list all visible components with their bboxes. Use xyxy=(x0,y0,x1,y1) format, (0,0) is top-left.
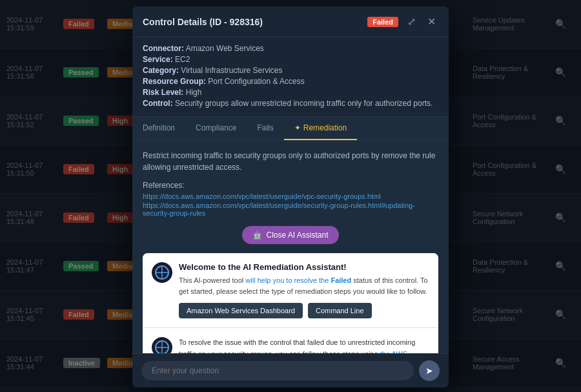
command-line-button[interactable]: Command Line xyxy=(308,303,372,318)
ai-response-box: To resolve the issue with the control th… xyxy=(143,328,438,353)
references-section: References: https://docs.aws.amazon.com/… xyxy=(143,181,438,217)
remediation-description: Restrict incoming traffic to security gr… xyxy=(143,150,438,173)
ai-response-text: To resolve the issue with the control th… xyxy=(179,337,429,353)
ai-chat-area: Welcome to the AI Remediation Assistant!… xyxy=(143,253,438,353)
ai-response-logo-icon xyxy=(152,337,172,353)
tab-definition[interactable]: Definition xyxy=(132,117,185,140)
tab-remediation[interactable]: ✦ Remediation xyxy=(284,117,357,140)
modal-header: Control Details (ID - 928316) Failed ⤢ ✕ xyxy=(132,6,449,37)
robot-icon: 🤖 xyxy=(252,231,262,240)
resource-group-field: Resource Group: Port Configuration & Acc… xyxy=(143,77,438,86)
ai-response-content: To resolve the issue with the control th… xyxy=(179,337,429,353)
close-button[interactable]: ✕ xyxy=(425,14,438,29)
ai-button-row: Amazon Web Services Dashboard Command Li… xyxy=(179,303,429,318)
modal-input-bar: ➤ xyxy=(132,353,449,387)
control-desc-field: Control: Security groups allow unrestric… xyxy=(143,99,438,108)
references-label: References: xyxy=(143,181,438,190)
send-button[interactable]: ➤ xyxy=(419,360,440,381)
close-ai-assistant-button[interactable]: 🤖 Close AI Assistant xyxy=(242,226,338,244)
modal-title: Control Details (ID - 928316) xyxy=(143,17,361,27)
category-field: Category: Virtual Infrastructure Service… xyxy=(143,66,438,75)
send-icon: ➤ xyxy=(425,366,433,376)
service-field: Service: EC2 xyxy=(143,55,438,64)
highlight-text: will help you to resolve the Failed xyxy=(245,276,351,284)
modal-meta: Connector: Amazon Web Services Service: … xyxy=(132,37,449,117)
modal-status-badge: Failed xyxy=(367,17,398,27)
modal-tabs: Definition Compliance Fails ✦ Remediatio… xyxy=(132,117,449,141)
ai-welcome-content: Welcome to the AI Remediation Assistant!… xyxy=(179,262,429,318)
ai-welcome-title: Welcome to the AI Remediation Assistant! xyxy=(179,262,429,272)
tab-fails[interactable]: Fails xyxy=(247,117,283,140)
question-input[interactable] xyxy=(141,361,414,380)
ai-welcome-box: Welcome to the AI Remediation Assistant!… xyxy=(143,253,438,328)
ai-logo-icon xyxy=(152,262,172,283)
ai-welcome-text: This AI-powered tool will help you to re… xyxy=(179,275,429,296)
aws-dashboard-button[interactable]: Amazon Web Services Dashboard xyxy=(179,303,303,318)
risk-level-field: Risk Level: High xyxy=(143,88,438,97)
reference-link-1[interactable]: https://docs.aws.amazon.com/vpc/latest/u… xyxy=(143,192,438,200)
modal-overlay: Control Details (ID - 928316) Failed ⤢ ✕… xyxy=(0,0,581,392)
star-icon: ✦ xyxy=(294,123,301,132)
control-details-modal: Control Details (ID - 928316) Failed ⤢ ✕… xyxy=(132,6,449,387)
reference-link-2[interactable]: https://docs.aws.amazon.com/vpc/latest/u… xyxy=(143,201,438,217)
connector-field: Connector: Amazon Web Services xyxy=(143,44,438,53)
resize-button[interactable]: ⤢ xyxy=(405,14,418,29)
tab-compliance[interactable]: Compliance xyxy=(185,117,247,140)
modal-body: Restrict incoming traffic to security gr… xyxy=(132,141,449,353)
